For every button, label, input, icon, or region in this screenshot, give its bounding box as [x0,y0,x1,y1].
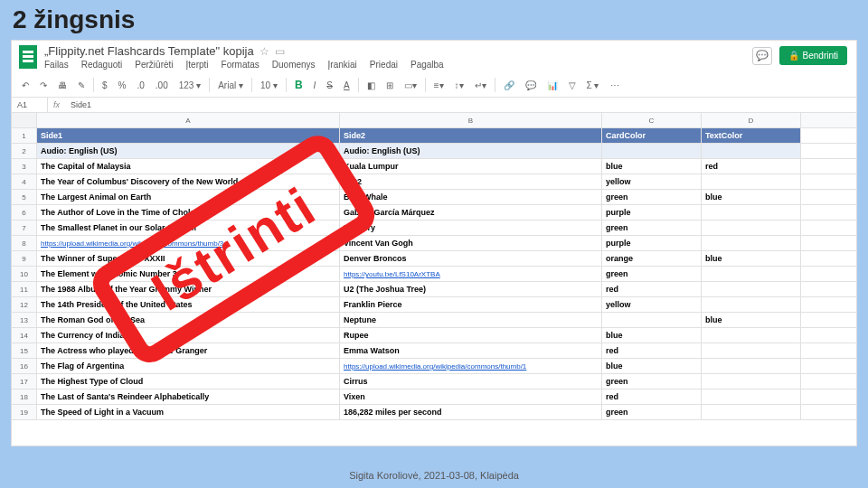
col-header[interactable]: A [37,113,340,127]
comments-button[interactable]: 💬 [752,47,772,65]
cell[interactable]: purple [602,205,702,220]
decrease-decimal[interactable]: .0 [134,79,146,92]
cell[interactable] [702,174,801,189]
table-row[interactable]: The Roman God of the SeaNeptuneblue [37,313,856,328]
cell[interactable]: The Currency of India [37,328,340,343]
textcolor-button[interactable]: A [341,79,353,92]
cell[interactable]: Rupee [340,328,602,343]
cell[interactable]: The Last of Santa's Reindeer Alphabetica… [37,389,340,404]
cell[interactable]: yellow [602,174,702,189]
folder-icon[interactable]: ▭ [275,45,285,58]
formula-input[interactable]: Side1 [65,98,97,112]
table-row[interactable]: The Flag of Argentinahttps://upload.wiki… [37,359,856,374]
cell[interactable]: blue [602,159,702,174]
bold-button[interactable]: B [292,77,306,93]
more-icon[interactable]: ⋯ [608,79,622,92]
cell[interactable]: Blue Whale [340,190,602,204]
chart-icon[interactable]: 📊 [544,79,561,92]
cell[interactable] [702,267,801,281]
row-header[interactable]: 6 [12,205,36,221]
menu-redaguoti[interactable]: Redaguoti [81,60,123,70]
currency-button[interactable]: $ [99,79,110,92]
cell[interactable]: blue [702,313,801,327]
strike-button[interactable]: S [324,79,335,92]
cell[interactable]: 186,282 miles per second [340,405,602,419]
row-header[interactable]: 15 [12,343,36,359]
spreadsheet-grid[interactable]: 12345678910111213141516171819 ABCD Side1… [12,113,856,420]
table-row[interactable]: The Currency of IndiaRupeeblue [37,328,856,343]
cell[interactable] [702,297,801,312]
cell[interactable] [602,313,702,327]
cell[interactable]: Side2 [340,128,602,143]
table-row[interactable]: The Smallest Planet in our Solar SystemM… [37,221,856,236]
fontsize-dropdown[interactable]: 10 ▾ [258,79,280,92]
table-row[interactable]: The Speed of Light in a Vacuum186,282 mi… [37,405,856,420]
merge-button[interactable]: ▭▾ [401,79,420,92]
cell[interactable]: Cirrus [340,374,602,389]
cell[interactable]: Audio: English (US) [37,144,340,158]
undo-icon[interactable]: ↶ [19,79,32,92]
cell[interactable]: The Smallest Planet in our Solar System [37,221,340,235]
filter-icon[interactable]: ▽ [566,79,579,92]
cell[interactable] [702,205,801,220]
borders-button[interactable]: ⊞ [383,79,396,92]
cell[interactable]: green [602,221,702,235]
menu-pagalba[interactable]: Pagalba [410,60,444,70]
cell[interactable]: blue [702,251,801,266]
table-row[interactable]: The Author of Love in the Time of Choler… [37,205,856,221]
table-row[interactable]: The 1988 Album of the Year Grammy Winner… [37,282,856,297]
cell[interactable]: The Speed of Light in a Vacuum [37,405,340,419]
cell[interactable] [702,328,801,343]
cell[interactable]: Emma Watson [340,343,602,358]
row-header[interactable]: 1 [12,128,36,144]
cell[interactable]: The Winner of Super Bowl XXXII [37,251,340,266]
table-row[interactable]: The Actress who played Hermione GrangerE… [37,343,856,359]
cell[interactable]: The Element with Atomic Number 3 [37,267,340,281]
cell[interactable]: The Largest Animal on Earth [37,190,340,204]
table-row[interactable]: The Winner of Super Bowl XXXIIDenver Bro… [37,251,856,267]
italic-button[interactable]: I [311,79,319,92]
cell[interactable]: The Author of Love in the Time of Choler… [37,205,340,220]
share-button[interactable]: 🔒 Bendrinti [779,46,847,65]
name-box[interactable]: A1 [12,98,48,112]
cell[interactable]: The 1988 Album of the Year Grammy Winner [37,282,340,296]
row-header[interactable]: 2 [12,144,36,159]
cell[interactable]: red [602,282,702,296]
row-header[interactable]: 18 [12,389,36,405]
row-header[interactable]: 14 [12,328,36,343]
cell[interactable]: Kuala Lumpur [340,159,602,174]
cell[interactable]: Franklin Pierce [340,297,602,312]
cell[interactable]: The Year of Columbus' Discovery of the N… [37,174,340,189]
cell[interactable]: TextColor [702,128,801,143]
paint-icon[interactable]: ✎ [75,79,88,92]
table-row[interactable]: The Capital of MalaysiaKuala Lumpurbluer… [37,159,856,174]
row-header[interactable]: 11 [12,282,36,297]
cell[interactable]: https://upload.wikimedia.org/wikipedia/c… [37,236,340,250]
table-row[interactable]: The Year of Columbus' Discovery of the N… [37,174,856,190]
cell[interactable]: CardColor [602,128,702,143]
cell[interactable]: red [602,389,702,404]
cell[interactable]: https://upload.wikimedia.org/wikipedia/c… [340,359,602,373]
row-header[interactable]: 9 [12,251,36,267]
cell[interactable]: The Roman God of the Sea [37,313,340,327]
menu-įrankiai[interactable]: Įrankiai [328,60,357,70]
cell[interactable]: green [602,374,702,389]
cell[interactable]: The Actress who played Hermione Granger [37,343,340,358]
functions-icon[interactable]: Σ ▾ [584,79,602,92]
table-row[interactable]: The Largest Animal on EarthBlue Whalegre… [37,190,856,205]
wrap-button[interactable]: ↵▾ [472,79,489,92]
cell[interactable]: yellow [602,297,702,312]
row-header[interactable]: 5 [12,190,36,205]
row-header[interactable]: 8 [12,236,36,251]
menu-formatas[interactable]: Formatas [222,60,259,70]
col-header[interactable]: D [702,113,801,127]
cell[interactable]: green [602,267,702,281]
cell[interactable]: Denver Broncos [340,251,602,266]
halign-button[interactable]: ≡▾ [431,79,447,92]
row-header[interactable]: 19 [12,405,36,420]
fill-button[interactable]: ◧ [364,79,378,92]
cell[interactable]: red [702,159,801,174]
cell[interactable]: blue [602,328,702,343]
col-header[interactable]: C [602,113,702,127]
table-row[interactable]: The 14th President of the United StatesF… [37,297,856,313]
